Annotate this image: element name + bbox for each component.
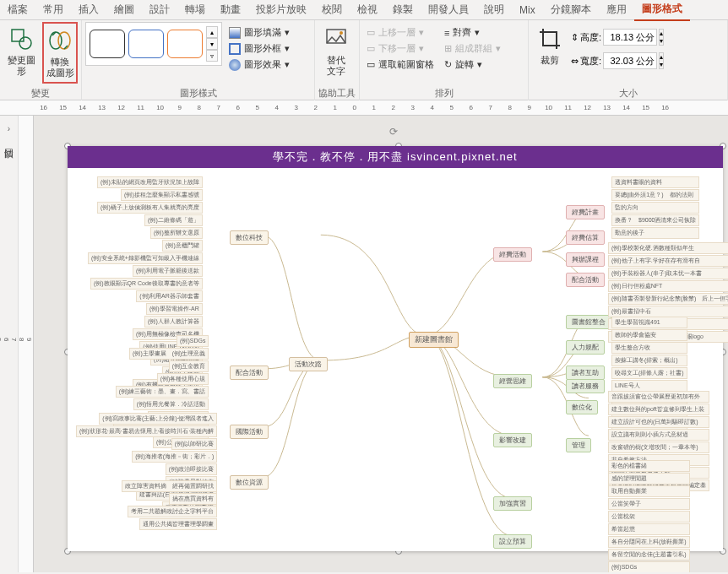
selection-pane-icon: ▭ <box>367 59 375 70</box>
shape-outline-label: 圖形外框 <box>244 42 281 55</box>
ribbon-group-size: 裁剪 ⇕ 高度: ▴▾ ⇔ 寬度: ▴▾ 大小 <box>529 20 728 100</box>
tab-animations[interactable]: 動畫 <box>213 0 248 20</box>
rotation-handle-icon[interactable]: ⟳ <box>389 126 401 138</box>
slide: 學不完．教不停．用不盡 isvincent.pixnet.net <box>68 146 723 551</box>
tab-help[interactable]: 說明 <box>476 0 512 20</box>
align-button[interactable]: ≡ 對齊 ▾ <box>441 25 504 40</box>
shape-fill-button[interactable]: 圖形填滿 ▾ <box>225 25 293 40</box>
tab-review[interactable]: 校閱 <box>314 0 350 20</box>
align-label: 對齊 <box>453 26 471 39</box>
node-r2[interactable]: 人力規配 <box>566 340 605 355</box>
width-input[interactable] <box>603 52 657 69</box>
node-l2[interactable]: 數位科技 <box>230 230 269 245</box>
width-row: ⇔ 寬度: ▴▾ <box>571 52 664 69</box>
node-r2[interactable]: 管理 <box>566 438 591 452</box>
tab-view[interactable]: 檢視 <box>350 0 385 20</box>
node-r2[interactable]: 配合活動 <box>566 273 605 287</box>
alt-text-button[interactable]: 替代 文字 <box>318 22 354 80</box>
tab-slideshow[interactable]: 投影片放映 <box>248 0 314 20</box>
node-l2[interactable]: 配合活動 <box>230 366 269 380</box>
tab-insert[interactable]: 插入 <box>71 0 106 20</box>
bring-forward-icon: ▭ <box>367 27 375 38</box>
gallery-more-icon[interactable]: ▿ <box>206 50 218 62</box>
send-backward-label: 下移一層 <box>378 42 416 55</box>
selection-pane-button[interactable]: ▭ 選取範圍窗格 <box>363 57 437 72</box>
stepper-icon[interactable]: ▴▾ <box>659 52 664 69</box>
group-label-styles: 圖形樣式 <box>85 85 311 100</box>
crop-button[interactable]: 裁剪 <box>532 22 568 69</box>
ribbon-group-shape-styles: ▴ ▾ ▿ 圖形填滿 ▾ 圖形外框 ▾ 圖形效果 <box>82 20 315 100</box>
convert-shape-button[interactable]: 轉換 成圖形 <box>42 22 78 84</box>
tab-bar: 檔案 常用 插入 繪圖 設計 轉場 動畫 投影片放映 校閱 檢視 錄製 開發人員… <box>0 0 728 20</box>
node-root[interactable]: 新建圖書館 <box>409 332 459 348</box>
convert-shape-label: 轉換 成圖形 <box>46 57 74 79</box>
tab-transitions[interactable]: 轉場 <box>177 0 213 20</box>
group-label: 組成群組 <box>455 42 492 55</box>
rotate-button[interactable]: ↻ 旋轉 ▾ <box>441 57 504 72</box>
node-r1[interactable]: 加強實習 <box>493 496 532 511</box>
effects-icon <box>229 59 241 71</box>
ruler-horizontal: 1615141312111098765432101234567891011121… <box>0 100 728 116</box>
node-r2[interactable]: 數位化 <box>566 400 598 414</box>
change-shape-label: 變更圖 形 <box>8 55 35 77</box>
shape-outline-button[interactable]: 圖形外框 ▾ <box>225 41 293 56</box>
shape-style-2[interactable] <box>128 30 164 58</box>
bring-forward-button: ▭ 上移一層 ▾ <box>363 25 437 40</box>
height-icon: ⇕ <box>571 32 579 43</box>
group-label-size: 大小 <box>532 85 724 100</box>
node-r2[interactable]: 興辦課程 <box>566 252 605 267</box>
tab-file[interactable]: 檔案 <box>0 0 35 20</box>
tab-home[interactable]: 常用 <box>35 0 71 20</box>
stepper-icon[interactable]: ▴▾ <box>659 29 664 46</box>
group-icon: ⊞ <box>444 43 452 54</box>
alt-text-label: 替代 文字 <box>327 55 345 77</box>
node-r2[interactable]: 圖書館整合 <box>566 315 611 329</box>
gallery-nav: ▴ ▾ ▿ <box>206 26 218 62</box>
tab-design[interactable]: 設計 <box>142 0 177 20</box>
slide-canvas[interactable]: ⟳ 學不完．教不停．用不盡 isvincent.pixnet.net <box>34 116 728 572</box>
change-shape-button[interactable]: 變更圖 形 <box>3 22 39 80</box>
node-r1[interactable]: 影響改建 <box>493 433 532 447</box>
ribbon-group-arrange: ▭ 上移一層 ▾ ▭ 下移一層 ▾ ▭ 選取範圍窗格 ≡ 對齊 ▾ <box>360 20 529 100</box>
collapse-arrow-icon[interactable]: › <box>8 124 10 133</box>
node-r2[interactable]: 經費估算 <box>566 230 605 245</box>
width-icon: ⇔ <box>571 56 579 67</box>
fill-icon <box>229 27 241 39</box>
tab-developer[interactable]: 開發人員 <box>421 0 476 20</box>
crop-label: 裁剪 <box>541 55 559 66</box>
width-label: 寬度: <box>580 55 601 68</box>
tab-app[interactable]: 應用 <box>599 0 634 20</box>
node-l2[interactable]: 國際活動 <box>230 425 269 439</box>
gallery-down-icon[interactable]: ▾ <box>206 38 218 50</box>
height-label: 高度: <box>580 31 601 44</box>
node-l1[interactable]: 活動次路 <box>289 357 328 371</box>
node-r1[interactable]: 經營思維 <box>493 374 532 388</box>
shape-style-3[interactable] <box>167 30 203 58</box>
tab-record[interactable]: 錄製 <box>385 0 421 20</box>
tab-draw[interactable]: 繪圖 <box>106 0 142 20</box>
change-shape-icon <box>8 25 35 52</box>
ribbon-group-accessibility: 替代 文字 協助工具 <box>315 20 360 100</box>
gallery-up-icon[interactable]: ▴ <box>206 26 218 38</box>
selected-smartart[interactable]: ⟳ 學不完．教不停．用不盡 isvincent.pixnet.net <box>68 146 723 551</box>
shape-style-1[interactable] <box>90 30 125 58</box>
rotate-icon: ↻ <box>444 59 452 70</box>
tab-shape-format[interactable]: 圖形格式 <box>634 0 690 21</box>
shape-effects-button[interactable]: 圖形效果 ▾ <box>225 57 293 72</box>
node-r1[interactable]: 設立預算 <box>493 534 532 549</box>
shape-effects-label: 圖形效果 <box>244 58 281 71</box>
group-button: ⊞ 組成群組 ▾ <box>441 41 504 56</box>
shape-style-gallery[interactable]: ▴ ▾ ▿ <box>85 22 222 66</box>
tab-mix[interactable]: Mix <box>512 1 543 19</box>
node-r2[interactable]: 讀者互助 <box>566 366 605 380</box>
rotate-label: 旋轉 <box>455 58 474 71</box>
chevron-down-icon: ▾ <box>285 59 290 70</box>
tab-storyboard[interactable]: 分鏡腳本 <box>543 0 599 20</box>
node-r2[interactable]: 讀者服務 <box>566 379 605 393</box>
node-l2[interactable]: 數位資源 <box>230 475 269 490</box>
svg-point-5 <box>340 31 343 35</box>
node-r1[interactable]: 經費活動 <box>493 247 532 262</box>
height-input[interactable] <box>603 29 657 46</box>
leaf-group: 透資料書眼的資料 要總(由外須1意？) 都的法則 監的方向 換番？ $9000酒… <box>611 176 699 239</box>
node-r2[interactable]: 經費計畫 <box>566 205 605 219</box>
